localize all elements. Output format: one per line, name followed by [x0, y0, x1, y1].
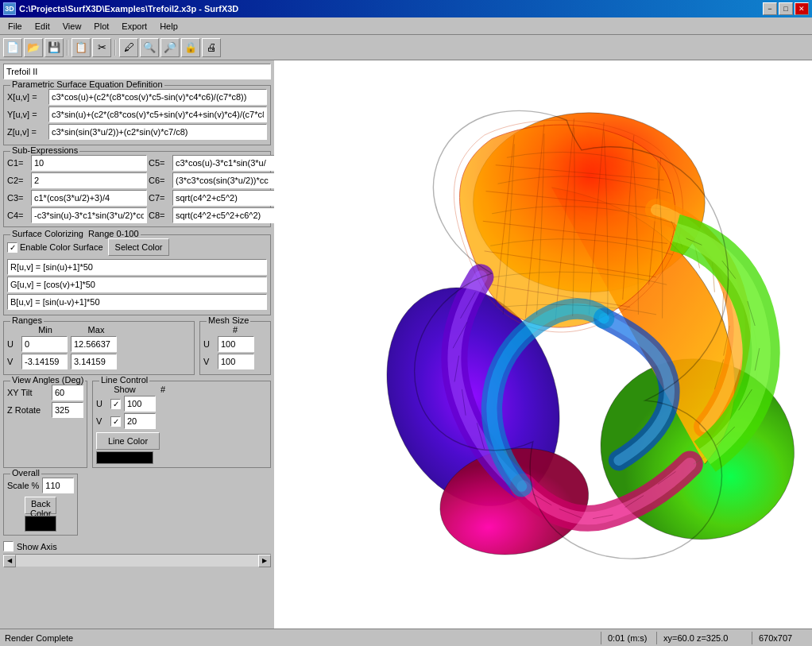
y-equation-row: Y[u,v] = — [7, 106, 267, 122]
lc-v-input[interactable] — [124, 413, 156, 429]
y-equation-input[interactable] — [48, 106, 267, 122]
show-axis-checkbox[interactable] — [3, 541, 14, 551]
min-col-label: Min — [21, 325, 69, 335]
mesh-v-label: V — [203, 357, 215, 366]
scroll-right-button[interactable]: ▶ — [258, 555, 271, 567]
c5-input[interactable] — [172, 155, 274, 171]
back-color-button[interactable]: BackColor — [25, 497, 56, 514]
v-min-input[interactable] — [21, 354, 68, 369]
mesh-v-input[interactable] — [218, 354, 254, 369]
c8-input[interactable] — [172, 207, 274, 223]
enable-color-checkbox[interactable]: ✓ — [7, 242, 17, 253]
render-text: Render Complete — [5, 633, 73, 643]
g-equation-input[interactable] — [7, 277, 267, 292]
v-max-input[interactable] — [71, 354, 117, 369]
c5-row: C5= — [149, 155, 274, 171]
name-input[interactable] — [3, 64, 271, 79]
menu-help[interactable]: Help — [153, 20, 184, 33]
trefoil-svg — [274, 60, 812, 629]
c7-row: C7= — [149, 190, 274, 206]
line-color-section: Line Color — [96, 432, 267, 464]
h-scrollbar: ◀ ▶ — [3, 554, 271, 567]
print-button[interactable]: 🖨 — [202, 38, 221, 57]
scroll-track[interactable] — [16, 555, 258, 567]
menu-file[interactable]: File — [2, 20, 29, 33]
open-button[interactable]: 📂 — [24, 38, 43, 57]
new-button[interactable]: 📄 — [3, 38, 22, 57]
sub-expr-label: Sub-Expressions — [10, 145, 79, 155]
mesh-v-row: V — [203, 354, 267, 369]
lc-u-checkbox[interactable]: ✓ — [110, 399, 121, 409]
mesh-u-input[interactable] — [218, 336, 254, 352]
c4-label: C4= — [7, 211, 31, 220]
x-equation-input[interactable] — [48, 89, 267, 105]
c1-input[interactable] — [31, 155, 147, 171]
show-axis-label: Show Axis — [17, 542, 57, 551]
zoom-out-button[interactable]: 🔎 — [160, 38, 180, 57]
mesh-u-row: U — [203, 336, 267, 352]
z-equation-input[interactable] — [48, 124, 267, 140]
minimize-button[interactable]: − — [763, 2, 777, 15]
save-button[interactable]: 💾 — [44, 38, 64, 57]
zoom-in-button[interactable]: 🔍 — [140, 38, 159, 57]
line-color-button[interactable]: Line Color — [96, 432, 160, 450]
u-min-input[interactable] — [21, 336, 68, 352]
c4-input[interactable] — [31, 207, 147, 223]
scroll-left-button[interactable]: ◀ — [3, 555, 16, 567]
select-color-button[interactable]: Select Color — [108, 238, 170, 256]
toolbar-separator-1 — [67, 40, 68, 56]
v-range-label: V — [7, 357, 18, 366]
c4-row: C4= — [7, 207, 147, 223]
copy-button[interactable]: 📋 — [72, 38, 91, 57]
toolbar: 📄 📂 💾 📋 ✂ 🖊 🔍 🔎 🔒 🖨 — [0, 35, 812, 60]
lc-show-header: Show — [109, 385, 141, 394]
status-coords: xy=60.0 z=325.0 — [657, 632, 752, 644]
sub-expr-group: Sub-Expressions C1= C5= C2= C6= — [3, 151, 271, 227]
window-controls: − □ ✕ — [763, 2, 809, 15]
close-button[interactable]: ✕ — [795, 2, 809, 15]
c3-input[interactable] — [31, 190, 147, 206]
b-equation-row — [7, 294, 267, 310]
cut-button[interactable]: ✂ — [92, 38, 111, 57]
u-max-input[interactable] — [71, 336, 117, 352]
c1-row: C1= — [7, 155, 147, 171]
v-range-row: V — [7, 354, 191, 369]
lc-v-checkbox[interactable]: ✓ — [110, 416, 121, 427]
x-label: X[u,v] = — [7, 92, 48, 102]
b-equation-input[interactable] — [7, 294, 267, 310]
c2-label: C2= — [7, 176, 31, 185]
maximize-button[interactable]: □ — [779, 2, 793, 15]
mesh-group: Mesh Size # U V — [199, 321, 271, 375]
c1-label: C1= — [7, 158, 31, 168]
overall-group-label: Overall — [10, 468, 41, 478]
ranges-mesh-row: Ranges Min Max U V Mesh Size # — [3, 321, 271, 375]
menu-edit[interactable]: Edit — [29, 20, 56, 33]
menu-export[interactable]: Export — [115, 20, 153, 33]
z-equation-row: Z[u,v] = — [7, 124, 267, 140]
left-panel: Parametric Surface Equation Definition X… — [0, 60, 274, 629]
lock-button[interactable]: 🔒 — [181, 38, 200, 57]
c6-row: C6= — [149, 172, 274, 188]
equation-group-label: Parametric Surface Equation Definition — [10, 79, 164, 89]
r-equation-input[interactable] — [7, 259, 267, 275]
pen-button[interactable]: 🖊 — [119, 38, 138, 57]
xy-tilt-input[interactable] — [52, 385, 83, 400]
xy-tilt-row: XY Tilt — [7, 385, 83, 400]
z-rotate-input[interactable] — [52, 402, 83, 418]
lc-v-row: V ✓ — [96, 413, 267, 429]
menu-plot[interactable]: Plot — [87, 20, 115, 33]
c7-label: C7= — [149, 193, 172, 203]
max-col-label: Max — [72, 325, 120, 335]
c7-input[interactable] — [172, 190, 274, 206]
line-control-group: Line Control Show # U ✓ V ✓ Line Color — [92, 381, 271, 468]
c2-input[interactable] — [31, 172, 147, 188]
enable-color-checkbox-item: ✓ Enable Color Surface — [7, 242, 103, 253]
menu-view[interactable]: View — [56, 20, 88, 33]
line-control-label: Line Control — [99, 375, 149, 385]
surface-color-group: Surface Colorizing Range 0-100 ✓ Enable … — [3, 234, 271, 315]
scale-input[interactable] — [42, 478, 74, 493]
lc-u-input[interactable] — [124, 396, 156, 412]
g-equation-row — [7, 277, 267, 292]
overall-group: Overall Scale % BackColor — [3, 474, 78, 536]
c6-input[interactable] — [172, 172, 274, 188]
